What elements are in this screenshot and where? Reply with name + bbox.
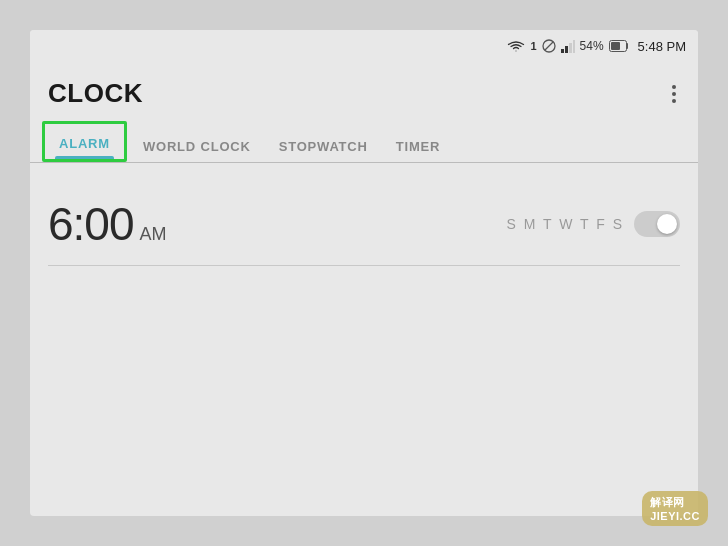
svg-rect-6	[569, 43, 572, 53]
alarm-tab-highlight: ALARM	[42, 121, 127, 162]
watermark-subtext: JIEYI.CC	[650, 510, 700, 522]
status-icons: 1 54%	[507, 39, 686, 54]
phone-screen: 1 54%	[30, 30, 698, 516]
svg-rect-9	[611, 42, 620, 50]
alarm-toggle[interactable]	[634, 211, 680, 237]
svg-line-3	[545, 42, 553, 50]
alarm-item[interactable]: 6:00 AM S M T W T F S	[48, 183, 680, 266]
alarm-ampm: AM	[140, 224, 167, 245]
svg-rect-4	[561, 49, 564, 53]
watermark: 解译网 JIEYI.CC	[642, 491, 708, 526]
tab-stopwatch[interactable]: STOPWATCH	[265, 127, 382, 162]
status-time: 5:48 PM	[638, 39, 686, 54]
battery-icon	[609, 40, 629, 52]
more-dot-3	[672, 99, 676, 103]
more-dot-2	[672, 92, 676, 96]
alarm-time-block: 6:00 AM	[48, 197, 167, 251]
tab-world-clock[interactable]: WORLD CLOCK	[129, 127, 265, 162]
notification-badge: 1	[530, 40, 536, 52]
wifi-icon	[507, 39, 525, 53]
alarm-time: 6:00	[48, 197, 134, 251]
svg-rect-5	[565, 46, 568, 53]
dnd-icon	[542, 39, 556, 53]
screenshot-frame: 1 54%	[0, 0, 728, 546]
svg-rect-7	[573, 40, 575, 53]
more-dot-1	[672, 85, 676, 89]
watermark-text: 解译网	[650, 496, 685, 508]
status-bar: 1 54%	[30, 30, 698, 62]
app-title: CLOCK	[48, 78, 143, 109]
battery-percent: 54%	[580, 39, 604, 53]
signal-icon	[561, 39, 575, 53]
alarm-days: S M T W T F S	[506, 216, 624, 232]
tab-alarm[interactable]: ALARM	[45, 124, 124, 159]
alarm-days-toggle: S M T W T F S	[506, 211, 680, 237]
more-options-button[interactable]	[668, 81, 680, 107]
tabs-row: ALARM WORLD CLOCK STOPWATCH TIMER	[30, 117, 698, 163]
app-header: CLOCK	[30, 62, 698, 117]
tab-timer[interactable]: TIMER	[382, 127, 454, 162]
alarm-list: 6:00 AM S M T W T F S	[30, 163, 698, 286]
